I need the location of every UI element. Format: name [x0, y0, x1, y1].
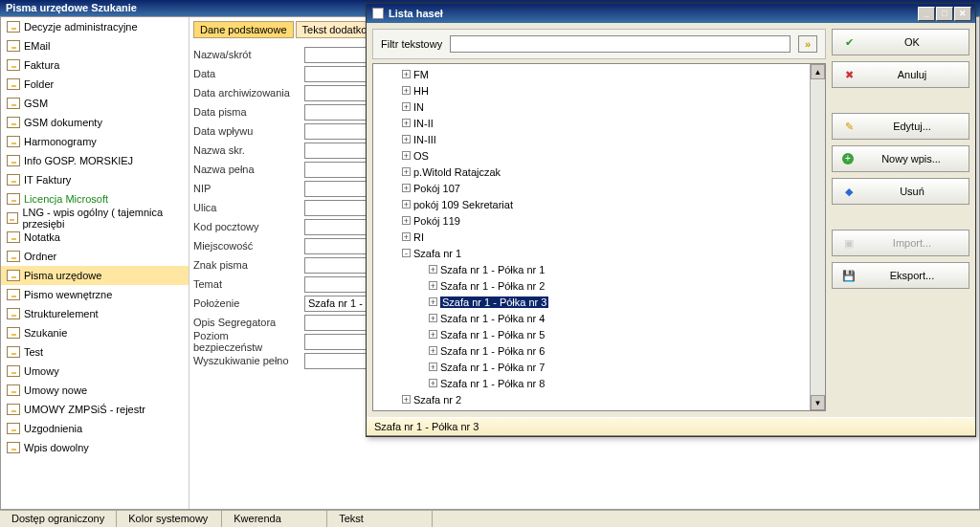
tree-item[interactable]: +Szafa nr 1 - Półka nr 3 — [373, 294, 825, 310]
sidebar-item[interactable]: LNG - wpis ogólny ( tajemnica przesiębi — [1, 209, 189, 228]
tree-item[interactable]: +p.Witold Ratajczak — [373, 164, 825, 180]
sidebar-item-label: Umowy — [24, 365, 59, 377]
tree-expander[interactable]: + — [402, 184, 411, 192]
sidebar-item[interactable]: EMail — [1, 36, 189, 55]
tree-expander[interactable]: + — [429, 265, 437, 274]
sidebar-item[interactable]: Uzgodnienia — [1, 419, 189, 438]
tree-item[interactable]: +Pokój 107 — [373, 180, 825, 196]
tree-expander[interactable]: + — [429, 314, 437, 322]
form-label: Ulica — [193, 202, 299, 213]
tree-item[interactable]: +FM — [373, 66, 825, 82]
tree-item[interactable]: +Szafa nr 1 - Półka nr 5 — [373, 326, 825, 342]
plus-icon: + — [842, 153, 854, 165]
export-button[interactable]: 💾Eksport... — [832, 262, 969, 289]
tree-expander[interactable]: + — [402, 232, 411, 241]
sidebar-item[interactable]: GSM — [1, 94, 189, 113]
new-entry-button[interactable]: +Nowy wpis... — [832, 145, 969, 172]
tree-item[interactable]: +Szafa nr 1 - Półka nr 8 — [373, 375, 825, 391]
file-icon — [7, 155, 20, 166]
tree-expander[interactable]: + — [402, 395, 411, 404]
tree-item[interactable]: +Szafa nr 1 - Półka nr 2 — [373, 277, 825, 294]
tree-expander[interactable]: + — [402, 102, 411, 111]
ok-button[interactable]: ✔OK — [832, 29, 969, 55]
tree-item[interactable]: +Szafa nr 1 - Półka nr 6 — [373, 342, 825, 359]
tab[interactable]: Dane podstawowe — [193, 21, 294, 38]
tree-item[interactable]: +OS — [373, 147, 825, 164]
tree-item[interactable]: +RI — [373, 229, 825, 245]
file-icon — [7, 231, 20, 243]
tree-item[interactable]: +Szafa nr 2 — [373, 391, 825, 407]
sidebar-item[interactable]: Test — [1, 342, 189, 362]
sidebar-item[interactable]: Strukturelement — [1, 304, 189, 323]
filter-go-button[interactable]: » — [798, 35, 817, 53]
window-buttons: _ □ ✕ — [918, 7, 971, 21]
filter-input[interactable] — [450, 35, 791, 53]
sidebar-item-label: Ordner — [24, 251, 56, 262]
sidebar-item[interactable]: UMOWY ZMPSiŚ - rejestr — [1, 400, 189, 419]
tree-expander[interactable]: + — [402, 70, 411, 78]
form-label: Nazwa pełna — [193, 164, 299, 175]
tree-item[interactable]: +Szafa nr 1 - Półka nr 1 — [373, 261, 825, 277]
tree-item-label: HH — [413, 85, 429, 97]
tree-expander[interactable]: + — [402, 119, 411, 127]
tree-item[interactable]: +IN-II — [373, 115, 825, 131]
file-icon — [7, 270, 20, 281]
sidebar-item[interactable]: Umowy nowe — [1, 381, 189, 400]
tree-expander[interactable]: + — [429, 281, 437, 290]
tree-expander[interactable]: + — [402, 216, 411, 225]
tree-expander[interactable]: - — [402, 249, 411, 257]
sidebar-item[interactable]: Folder — [1, 75, 189, 94]
sidebar-item[interactable]: GSM dokumenty — [1, 113, 189, 132]
tree-expander[interactable]: + — [429, 297, 437, 306]
sidebar-item-label: Folder — [24, 78, 54, 90]
tree-expander[interactable]: + — [429, 330, 437, 339]
file-icon — [7, 78, 20, 90]
tree-item[interactable]: -Szafa nr 1 — [373, 245, 825, 261]
file-icon — [7, 40, 20, 52]
tree-expander[interactable]: + — [402, 167, 411, 176]
filter-label: Filtr tekstowy — [381, 38, 442, 50]
cancel-button[interactable]: ✖Anuluj — [832, 61, 969, 88]
scroll-down-button[interactable]: ▼ — [811, 395, 825, 410]
sidebar-item[interactable]: Ordner — [1, 247, 189, 266]
cross-icon: ✖ — [842, 69, 856, 81]
delete-button[interactable]: ◆Usuń — [832, 178, 969, 205]
scrollbar[interactable]: ▲ ▼ — [810, 64, 825, 410]
tree-expander[interactable]: + — [402, 200, 411, 209]
statusbar-cell: Kwerenda — [222, 511, 327, 527]
sidebar-item[interactable]: Info GOSP. MORSKIEJ — [1, 151, 189, 170]
sidebar-item-label: Pismo wewnętrzne — [24, 289, 112, 300]
maximize-button[interactable]: □ — [936, 7, 953, 21]
sidebar-item[interactable]: Faktura — [1, 55, 189, 75]
minimize-button[interactable]: _ — [918, 7, 935, 21]
tree-expander[interactable]: + — [429, 379, 437, 387]
edit-button[interactable]: ✎Edytuj... — [832, 113, 969, 140]
scroll-up-button[interactable]: ▲ — [811, 64, 825, 79]
sidebar-item-label: Notatka — [24, 231, 60, 243]
tree-expander[interactable]: + — [402, 86, 411, 95]
sidebar-item[interactable]: Pismo wewnętrzne — [1, 285, 189, 304]
sidebar-item[interactable]: Pisma urzędowe — [1, 266, 189, 285]
import-button[interactable]: ▣Import... — [832, 230, 969, 256]
sidebar-item[interactable]: Licencja Microsoft — [1, 189, 189, 209]
sidebar-item[interactable]: Wpis dowolny — [1, 438, 189, 457]
sidebar-item[interactable]: Umowy — [1, 362, 189, 381]
tree-item[interactable]: +IN-III — [373, 131, 825, 147]
tree-item[interactable]: +pokój 109 Sekretariat — [373, 196, 825, 212]
tree-item[interactable]: +Szafa nr 1 - Półka nr 4 — [373, 310, 825, 326]
sidebar-item[interactable]: Harmonogramy — [1, 132, 189, 151]
tree-item[interactable]: +HH — [373, 82, 825, 99]
tree-expander[interactable]: + — [429, 362, 437, 371]
tree-expander[interactable]: + — [402, 151, 411, 160]
tree-item[interactable]: +IN — [373, 99, 825, 115]
tree-expander[interactable]: + — [429, 346, 437, 355]
tree-item[interactable]: +Szafa nr 1 - Półka nr 7 — [373, 359, 825, 375]
close-button[interactable]: ✕ — [954, 7, 971, 21]
tree-expander[interactable]: + — [402, 135, 411, 143]
sidebar-item[interactable]: Notatka — [1, 228, 189, 247]
sidebar-item[interactable]: Szukanie — [1, 323, 189, 342]
tree-list[interactable]: +FM+HH+IN+IN-II+IN-III+OS+p.Witold Rataj… — [373, 64, 825, 409]
tree-item[interactable]: +Pokój 119 — [373, 212, 825, 229]
sidebar-item[interactable]: Decyzje administracyjne — [1, 17, 189, 36]
sidebar-item[interactable]: IT Faktury — [1, 170, 189, 189]
